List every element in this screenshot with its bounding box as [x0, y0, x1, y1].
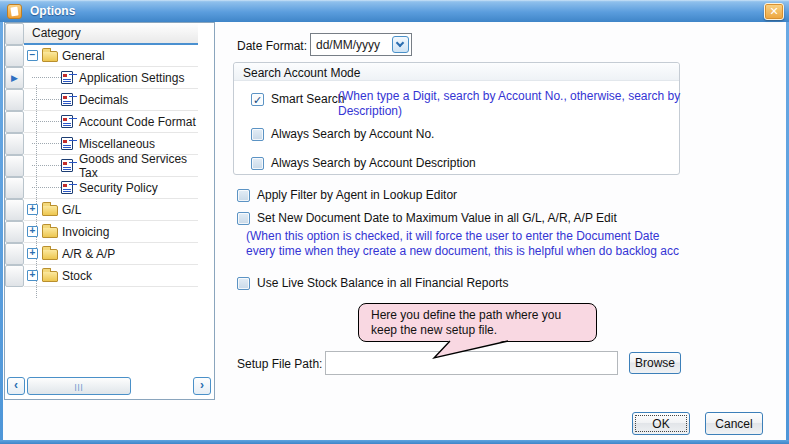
scroll-left-icon[interactable]: ‹	[7, 377, 25, 395]
tree-header-row: Category	[5, 23, 214, 45]
row-indicator	[5, 265, 24, 287]
chevron-down-icon[interactable]	[392, 36, 409, 53]
smart-search-note: (When type a Digit, search by Account No…	[338, 89, 680, 119]
scroll-right-icon[interactable]: ›	[193, 377, 211, 395]
row-indicator	[5, 199, 24, 221]
tree-item-label[interactable]: Security Policy	[79, 181, 158, 195]
tree-item-label[interactable]: General	[62, 49, 105, 63]
smart-search-checkbox-row[interactable]: ✓ Smart Search	[251, 92, 344, 106]
window-border-bottom	[0, 440, 789, 444]
set-new-doc-date-row[interactable]: Set New Document Date to Maximum Value i…	[237, 211, 617, 225]
cancel-button[interactable]: Cancel	[705, 412, 763, 435]
tree-item-invoicing[interactable]: + Invoicing	[5, 221, 199, 243]
balloon-tail	[420, 340, 510, 360]
folder-icon	[42, 51, 58, 62]
expand-icon[interactable]: +	[27, 204, 38, 215]
settings-page-icon	[61, 115, 73, 128]
current-row-arrow-icon: ▶	[11, 74, 18, 83]
always-search-account-no-row[interactable]: Always Search by Account No.	[251, 127, 434, 141]
row-indicator	[5, 155, 24, 177]
setup-file-path-label: Setup File Path:	[237, 357, 322, 371]
ok-button[interactable]: OK	[632, 412, 690, 435]
date-format-label: Date Format:	[237, 39, 307, 53]
tree-item-label[interactable]: Application Settings	[79, 71, 184, 85]
window-border-left	[0, 22, 3, 444]
row-indicator	[5, 89, 24, 111]
focus-rectangle	[635, 415, 687, 432]
tree-connector-line	[36, 85, 37, 298]
close-icon[interactable]: ✕	[764, 3, 784, 20]
apply-filter-checkbox[interactable]	[237, 189, 250, 202]
tree-item-label[interactable]: Account Code Format	[79, 115, 196, 129]
tree-item-label[interactable]: Invoicing	[62, 225, 109, 239]
set-new-doc-note: (When this option is checked, it will fo…	[246, 229, 679, 259]
category-tree-panel: Category − General ▶ Application Setting…	[4, 22, 215, 400]
tree-item-label[interactable]: Miscellaneous	[79, 137, 155, 151]
help-balloon: Here you define the path where you keep …	[358, 303, 597, 342]
tree-item-label[interactable]: Decimals	[79, 93, 128, 107]
date-format-select[interactable]: dd/MM/yyyy	[310, 33, 412, 56]
tree-item-decimals[interactable]: Decimals	[5, 89, 199, 111]
row-indicator	[5, 133, 24, 155]
settings-page-icon	[61, 71, 73, 84]
horizontal-scrollbar: ‹ ||| ›	[5, 376, 214, 396]
expand-icon[interactable]: +	[27, 226, 38, 237]
window-title: Options	[30, 4, 75, 18]
tree-item-label[interactable]: G/L	[62, 203, 81, 217]
tree-item-label[interactable]: A/R & A/P	[62, 247, 115, 261]
titlebar[interactable]: Options ✕	[0, 0, 789, 22]
group-title: Search Account Mode	[234, 63, 679, 81]
date-format-value: dd/MM/yyyy	[311, 38, 392, 52]
row-indicator	[5, 45, 24, 67]
always-search-account-no-checkbox[interactable]	[251, 128, 264, 141]
tree-item-label[interactable]: Stock	[62, 269, 92, 283]
always-search-account-desc-row[interactable]: Always Search by Account Description	[251, 156, 476, 170]
tree-item-stock[interactable]: + Stock	[5, 265, 199, 287]
category-column-header[interactable]: Category	[24, 23, 198, 45]
scrollbar-thumb[interactable]: |||	[27, 377, 131, 395]
options-dialog: Options ✕ Category − General ▶ Applicati…	[0, 0, 789, 444]
folder-icon	[42, 249, 58, 260]
tree-item-goods-and-services-tax[interactable]: Goods and Services Tax	[5, 155, 199, 177]
set-new-doc-date-checkbox[interactable]	[237, 212, 250, 225]
always-search-account-desc-checkbox[interactable]	[251, 157, 264, 170]
settings-page-icon	[61, 93, 73, 106]
row-indicator-selected: ▶	[5, 67, 24, 89]
settings-page-icon	[61, 137, 73, 150]
tree-item-ar-ap[interactable]: + A/R & A/P	[5, 243, 199, 265]
row-indicator	[5, 243, 24, 265]
row-indicator	[5, 221, 24, 243]
collapse-icon[interactable]: −	[27, 50, 38, 61]
options-app-icon	[7, 4, 22, 19]
tree-item-application-settings[interactable]: ▶ Application Settings	[5, 67, 199, 89]
tree-connector	[32, 77, 61, 78]
folder-icon	[42, 227, 58, 238]
folder-icon	[42, 205, 58, 216]
expand-icon[interactable]: +	[27, 270, 38, 281]
apply-filter-row[interactable]: Apply Filter by Agent in Lookup Editor	[237, 188, 457, 202]
browse-button[interactable]: Browse	[629, 352, 681, 374]
tree-item-gl[interactable]: + G/L	[5, 199, 199, 221]
indicator-header-cell	[5, 23, 24, 45]
settings-page-icon	[61, 159, 73, 172]
folder-icon	[42, 271, 58, 282]
search-account-mode-group: Search Account Mode ✓ Smart Search (When…	[233, 62, 680, 175]
use-live-stock-checkbox[interactable]	[237, 277, 250, 290]
settings-page-icon	[61, 181, 73, 194]
tree-item-security-policy[interactable]: Security Policy	[5, 177, 199, 199]
smart-search-checkbox[interactable]: ✓	[251, 93, 264, 106]
tree-item-account-code-format[interactable]: Account Code Format	[5, 111, 199, 133]
row-indicator	[5, 111, 24, 133]
expand-icon[interactable]: +	[27, 248, 38, 259]
smart-search-label: Smart Search	[271, 92, 344, 106]
tree-item-general[interactable]: − General	[5, 45, 199, 67]
row-indicator	[5, 177, 24, 199]
use-live-stock-row[interactable]: Use Live Stock Balance in all Financial …	[237, 276, 508, 290]
tree-item-label[interactable]: Goods and Services Tax	[79, 152, 198, 180]
